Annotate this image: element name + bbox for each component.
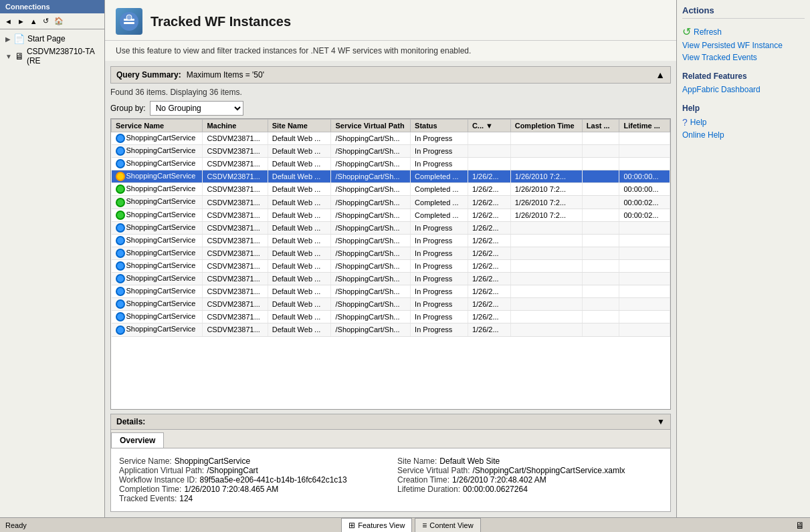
- table-row[interactable]: ShoppingCartService CSDVM23871... Defaul…: [112, 170, 670, 183]
- col-header-service[interactable]: Service Name: [112, 120, 203, 132]
- col-header-last[interactable]: Last ...: [582, 120, 619, 132]
- cell-status: Completed ...: [411, 196, 468, 209]
- page-description: Use this feature to view and filter trac…: [105, 41, 676, 61]
- details-body: Service Name: ShoppingCartService Applic…: [111, 448, 670, 511]
- cell-status: In Progress: [411, 311, 468, 323]
- groupby-bar: Group by: No Grouping Service Name Statu…: [110, 101, 671, 116]
- table-row[interactable]: ShoppingCartService CSDVM23871... Defaul…: [112, 221, 670, 234]
- cell-last: [582, 183, 619, 196]
- table-row[interactable]: ShoppingCartService CSDVM23871... Defaul…: [112, 145, 670, 158]
- table-row[interactable]: ShoppingCartService CSDVM23871... Defaul…: [112, 323, 670, 336]
- cell-service: ShoppingCartService: [112, 183, 203, 196]
- cell-lifetime: [619, 311, 670, 323]
- view-persisted-action[interactable]: View Persisted WF Instance: [682, 39, 805, 51]
- table-row[interactable]: ShoppingCartService CSDVM23871... Defaul…: [112, 132, 670, 145]
- sidebar-item-startpage[interactable]: ▶ 📄 Start Page: [3, 32, 102, 45]
- detail-creation-time-value: 1/26/2010 7:20:48.402 AM: [452, 475, 546, 485]
- instances-table-container: Service Name Machine Site Name Service V…: [110, 118, 671, 410]
- sidebar-refresh-button[interactable]: ↺: [41, 15, 51, 27]
- cell-site: Default Web ...: [268, 247, 331, 259]
- cell-site: Default Web ...: [268, 234, 331, 247]
- table-row[interactable]: ShoppingCartService CSDVM23871... Defaul…: [112, 247, 670, 259]
- cell-site: Default Web ...: [268, 196, 331, 209]
- cell-path: /ShoppingCart/Sh...: [331, 298, 411, 311]
- cell-site: Default Web ...: [268, 311, 331, 323]
- detail-service-name-value: ShoppingCartService: [175, 456, 250, 466]
- col-header-machine[interactable]: Machine: [203, 120, 268, 132]
- table-row[interactable]: ShoppingCartService CSDVM23871... Defaul…: [112, 259, 670, 272]
- cell-c: 1/26/2...: [468, 247, 510, 259]
- table-row[interactable]: ShoppingCartService CSDVM23871... Defaul…: [112, 209, 670, 221]
- table-row[interactable]: ShoppingCartService CSDVM23871... Defaul…: [112, 311, 670, 323]
- features-tab-label: Features View: [358, 521, 405, 529]
- cell-completion: [510, 221, 582, 234]
- cell-lifetime: [619, 323, 670, 336]
- status-icon: [116, 134, 125, 143]
- appfabric-dashboard-action[interactable]: AppFabric Dashboard: [682, 84, 805, 96]
- cell-path: /ShoppingCart/Sh...: [331, 247, 411, 259]
- cell-completion: [510, 298, 582, 311]
- details-tabs: Overview: [111, 430, 670, 448]
- sidebar-back-button[interactable]: ◄: [3, 16, 14, 27]
- detail-completion-time: Completion Time: 1/26/2010 7:20:48.465 A…: [119, 485, 384, 494]
- sidebar-up-button[interactable]: ▲: [28, 16, 39, 27]
- cell-lifetime: 00:00:02...: [619, 196, 670, 209]
- cell-c: [468, 145, 510, 158]
- detail-service-vpath-label: Service Virtual Path:: [397, 466, 470, 475]
- col-header-completion[interactable]: Completion Time: [510, 120, 582, 132]
- cell-last: [582, 323, 619, 336]
- status-icon: [116, 198, 125, 207]
- detail-site-name-label: Site Name:: [397, 456, 437, 466]
- cell-service: ShoppingCartService: [112, 170, 203, 183]
- table-row[interactable]: ShoppingCartService CSDVM23871... Defaul…: [112, 158, 670, 170]
- detail-creation-time: Creation Time: 1/26/2010 7:20:48.402 AM: [397, 475, 662, 485]
- groupby-label: Group by:: [110, 104, 146, 113]
- detail-lifetime-duration-value: 00:00:00.0627264: [463, 485, 528, 494]
- query-summary-label: Query Summary:: [116, 70, 181, 80]
- tab-overview[interactable]: Overview: [111, 432, 164, 448]
- cell-machine: CSDVM23871...: [203, 158, 268, 170]
- cell-status: In Progress: [411, 221, 468, 234]
- col-header-lifetime[interactable]: Lifetime ...: [619, 120, 670, 132]
- cell-last: [582, 259, 619, 272]
- cell-machine: CSDVM23871...: [203, 145, 268, 158]
- tray-icon: 🖥: [795, 520, 805, 531]
- sidebar-home-button[interactable]: 🏠: [52, 15, 66, 27]
- col-header-path[interactable]: Service Virtual Path: [331, 120, 411, 132]
- table-row[interactable]: ShoppingCartService CSDVM23871... Defaul…: [112, 234, 670, 247]
- table-row[interactable]: ShoppingCartService CSDVM23871... Defaul…: [112, 298, 670, 311]
- col-header-c[interactable]: C... ▼: [468, 120, 510, 132]
- bottom-tab-content[interactable]: ≡ Content View: [415, 518, 480, 533]
- details-collapse-icon: ▼: [657, 417, 665, 426]
- detail-lifetime-duration: Lifetime Duration: 00:00:00.0627264: [397, 485, 662, 494]
- server-icon: 🖥: [15, 51, 24, 61]
- appfabric-label: AppFabric Dashboard: [682, 85, 761, 94]
- detail-workflow-id-value: 89f5aa5e-e206-441c-b14b-16fc642c1c13: [199, 475, 346, 485]
- help-action[interactable]: ? Help: [682, 116, 805, 129]
- cell-site: Default Web ...: [268, 259, 331, 272]
- sidebar-item-server[interactable]: ▼ 🖥 CSDVM238710-TA (RE: [3, 45, 102, 67]
- cell-site: Default Web ...: [268, 183, 331, 196]
- cell-c: 1/26/2...: [468, 298, 510, 311]
- groupby-select[interactable]: No Grouping Service Name Status: [150, 101, 243, 116]
- refresh-action[interactable]: ↺ Refresh: [682, 24, 805, 39]
- table-row[interactable]: ShoppingCartService CSDVM23871... Defaul…: [112, 285, 670, 298]
- cell-machine: CSDVM23871...: [203, 285, 268, 298]
- cell-completion: [510, 311, 582, 323]
- bottom-tab-features[interactable]: ⊞ Features View: [341, 518, 412, 533]
- table-row[interactable]: ShoppingCartService CSDVM23871... Defaul…: [112, 196, 670, 209]
- view-persisted-label: View Persisted WF Instance: [682, 41, 783, 50]
- cell-path: /ShoppingCart/Sh...: [331, 311, 411, 323]
- cell-status: Completed ...: [411, 209, 468, 221]
- sidebar-toolbar: ◄ ► ▲ ↺ 🏠: [0, 13, 104, 29]
- table-row[interactable]: ShoppingCartService CSDVM23871... Defaul…: [112, 183, 670, 196]
- online-help-action[interactable]: Online Help: [682, 129, 805, 141]
- query-collapse-button[interactable]: ▲: [655, 70, 665, 80]
- details-header[interactable]: Details: ▼: [111, 414, 670, 430]
- sidebar-forward-button[interactable]: ►: [15, 16, 27, 27]
- table-row[interactable]: ShoppingCartService CSDVM23871... Defaul…: [112, 273, 670, 285]
- col-header-site[interactable]: Site Name: [268, 120, 331, 132]
- cell-path: /ShoppingCart/Sh...: [331, 145, 411, 158]
- view-tracked-action[interactable]: View Tracked Events: [682, 51, 805, 63]
- col-header-status[interactable]: Status: [411, 120, 468, 132]
